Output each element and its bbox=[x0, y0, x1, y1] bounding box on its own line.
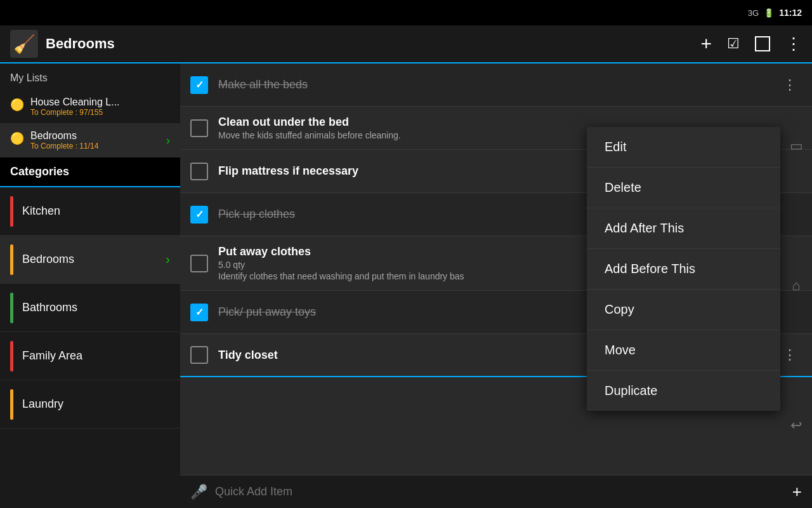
task-checkbox-3[interactable] bbox=[190, 163, 208, 180]
check-all-button[interactable]: ☑ bbox=[727, 36, 740, 52]
mic-icon[interactable]: 🎤 bbox=[190, 484, 207, 500]
kitchen-color-bar bbox=[10, 196, 13, 227]
status-bar: 3G 🔋 11:12 bbox=[0, 0, 812, 25]
category-name: Bedrooms bbox=[22, 253, 166, 266]
toolbar: 🧹 Bedrooms + ☑ ⋮ bbox=[0, 25, 812, 64]
bedrooms-color-bar bbox=[10, 244, 13, 275]
categories-label: Categories bbox=[10, 165, 69, 178]
battery-icon: 🔋 bbox=[764, 8, 774, 18]
more-button[interactable]: ⋮ bbox=[785, 34, 802, 54]
right-icons: ▭ ⌂ ↩ bbox=[780, 64, 812, 508]
toolbar-title: Bedrooms bbox=[46, 36, 700, 52]
clock: 11:12 bbox=[779, 8, 802, 18]
context-menu-item-move[interactable]: Move bbox=[587, 330, 780, 371]
content-area: Make all the beds ⋮ Clean out under the … bbox=[180, 64, 812, 508]
home-icon: ⌂ bbox=[792, 277, 800, 294]
context-menu-item-add-before[interactable]: Add Before This bbox=[587, 249, 780, 290]
category-name: Kitchen bbox=[22, 204, 170, 218]
sidebar: My Lists 🟡 House Cleaning L... To Comple… bbox=[0, 64, 180, 508]
category-name: Laundry bbox=[22, 398, 170, 411]
list-icon: 🟡 bbox=[10, 131, 24, 145]
category-name: Family Area bbox=[22, 349, 170, 363]
task-checkbox-2[interactable] bbox=[190, 119, 208, 137]
chevron-right-icon: › bbox=[166, 134, 170, 147]
list-item-house-cleaning[interactable]: 🟡 House Cleaning L... To Complete : 97/1… bbox=[0, 90, 180, 124]
list-name: Bedrooms bbox=[30, 130, 166, 142]
category-item-laundry[interactable]: Laundry bbox=[0, 380, 180, 429]
task-checkbox-6[interactable] bbox=[190, 304, 208, 321]
task-checkbox-1[interactable] bbox=[190, 76, 208, 94]
toolbar-actions: + ☑ ⋮ bbox=[700, 33, 802, 55]
task-title-4: Pick up clothes bbox=[218, 208, 295, 220]
list-text: Bedrooms To Complete : 11/14 bbox=[30, 130, 166, 150]
task-title-1: Make all the beds bbox=[218, 78, 308, 91]
signal-icon: 3G bbox=[748, 8, 759, 18]
laundry-color-bar bbox=[10, 389, 13, 420]
context-menu: Edit Delete Add After This Add Before Th… bbox=[587, 127, 780, 411]
context-menu-item-add-after[interactable]: Add After This bbox=[587, 208, 780, 249]
task-title-6: Pick/ put away toys bbox=[218, 305, 316, 318]
family-area-color-bar bbox=[10, 341, 13, 371]
square-button[interactable] bbox=[755, 36, 770, 51]
category-item-family-area[interactable]: Family Area bbox=[0, 332, 180, 380]
list-text: House Cleaning L... To Complete : 97/155 bbox=[30, 97, 170, 117]
quick-add-input[interactable] bbox=[215, 485, 785, 498]
list-sub: To Complete : 97/155 bbox=[30, 108, 170, 117]
category-name: Bathrooms bbox=[22, 301, 170, 314]
tablet-icon: ▭ bbox=[790, 138, 803, 154]
main-layout: My Lists 🟡 House Cleaning L... To Comple… bbox=[0, 64, 812, 508]
task-content-1: Make all the beds bbox=[218, 78, 778, 91]
table-row: Make all the beds ⋮ bbox=[180, 64, 812, 107]
my-lists-label: My Lists bbox=[0, 64, 180, 90]
task-checkbox-5[interactable] bbox=[190, 255, 208, 272]
chevron-right-icon: › bbox=[166, 252, 170, 267]
list-sub: To Complete : 11/14 bbox=[30, 142, 166, 150]
context-menu-item-edit[interactable]: Edit bbox=[587, 127, 780, 168]
category-item-kitchen[interactable]: Kitchen bbox=[0, 187, 180, 236]
list-item-bedrooms[interactable]: 🟡 Bedrooms To Complete : 11/14 › bbox=[0, 124, 180, 157]
context-menu-item-delete[interactable]: Delete bbox=[587, 168, 780, 208]
context-menu-item-copy[interactable]: Copy bbox=[587, 290, 780, 330]
category-item-bathrooms[interactable]: Bathrooms bbox=[0, 284, 180, 332]
categories-header: Categories bbox=[0, 157, 180, 187]
list-name: House Cleaning L... bbox=[30, 97, 170, 108]
task-checkbox-7[interactable] bbox=[190, 346, 208, 364]
list-icon: 🟡 bbox=[10, 98, 24, 112]
bathrooms-color-bar bbox=[10, 293, 13, 323]
task-checkbox-4[interactable] bbox=[190, 206, 208, 224]
app-logo: 🧹 bbox=[10, 30, 38, 58]
back-icon: ↩ bbox=[790, 417, 802, 434]
add-button[interactable]: + bbox=[700, 33, 712, 55]
category-item-bedrooms[interactable]: Bedrooms › bbox=[0, 236, 180, 284]
context-menu-item-duplicate[interactable]: Duplicate bbox=[587, 371, 780, 411]
quick-add-bar: 🎤 + bbox=[180, 475, 812, 508]
